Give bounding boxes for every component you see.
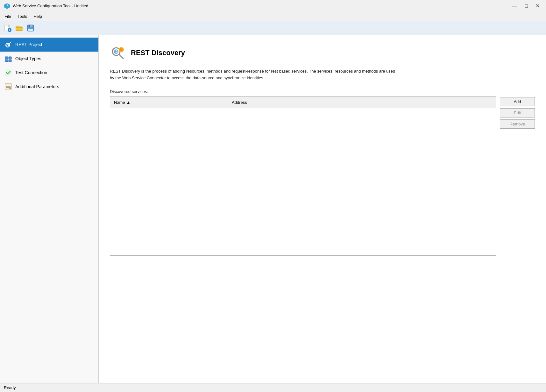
app-icon — [4, 3, 10, 9]
content-description: REST Discovery is the process of adding … — [110, 68, 396, 82]
window-title: Web Service Configuration Tool - Untitle… — [13, 4, 88, 8]
column-name[interactable]: Name ▲ — [110, 99, 228, 106]
rest-discovery-icon — [110, 45, 126, 61]
svg-line-12 — [9, 42, 11, 44]
svg-rect-7 — [29, 25, 32, 27]
maximize-button[interactable]: □ — [522, 3, 530, 10]
sidebar-label-object-types: Object Types — [15, 56, 41, 61]
svg-line-27 — [119, 54, 123, 59]
svg-point-32 — [120, 48, 123, 51]
menu-file[interactable]: File — [1, 13, 14, 20]
sidebar-item-rest-project[interactable]: REST Project — [0, 38, 98, 52]
services-table: Name ▲ Address — [110, 96, 496, 256]
add-button[interactable]: Add — [500, 97, 535, 106]
page-title: REST Discovery — [131, 49, 185, 57]
status-bar: Ready — [0, 383, 546, 392]
object-types-icon — [4, 55, 12, 62]
content-area: REST Discovery REST Discovery is the pro… — [99, 35, 546, 383]
main-area: REST Project Object Types — [0, 35, 546, 383]
close-button[interactable]: ✕ — [533, 2, 542, 10]
action-buttons: Add Edit Remove — [500, 96, 535, 374]
title-bar: Web Service Configuration Tool - Untitle… — [0, 0, 546, 12]
save-icon — [27, 24, 34, 32]
svg-rect-15 — [9, 57, 11, 59]
new-icon: ✦ — [4, 24, 11, 32]
svg-text:✦: ✦ — [8, 28, 11, 32]
open-icon — [15, 24, 23, 32]
open-button[interactable] — [14, 23, 24, 33]
new-button[interactable]: ✦ — [3, 23, 13, 33]
sidebar-label-additional-parameters: Additional Parameters — [15, 84, 59, 89]
content-header: REST Discovery — [110, 45, 535, 61]
svg-rect-9 — [28, 29, 33, 31]
edit-button[interactable]: Edit — [500, 108, 535, 118]
additional-parameters-icon: + — [4, 83, 12, 90]
column-address[interactable]: Address — [228, 99, 496, 106]
table-section: Name ▲ Address Add Edit Remove — [110, 96, 535, 374]
sidebar-label-test-connection: Test Connection — [15, 70, 47, 75]
menu-tools[interactable]: Tools — [14, 13, 30, 20]
svg-text:+: + — [10, 87, 11, 89]
svg-point-11 — [7, 44, 9, 46]
menu-help[interactable]: Help — [30, 13, 45, 20]
sort-indicator: ▲ — [126, 100, 131, 105]
status-text: Ready — [4, 385, 16, 390]
rest-project-icon — [4, 41, 12, 48]
sidebar: REST Project Object Types — [0, 35, 99, 383]
title-bar-left: Web Service Configuration Tool - Untitle… — [4, 3, 88, 9]
table-body — [110, 108, 496, 255]
svg-rect-14 — [5, 57, 8, 59]
svg-rect-17 — [9, 60, 11, 62]
toolbar: ✦ — [0, 21, 546, 35]
menu-bar: File Tools Help — [0, 12, 546, 21]
sidebar-item-additional-parameters[interactable]: + Additional Parameters — [0, 80, 98, 94]
save-button[interactable] — [25, 23, 36, 33]
title-bar-controls: — □ ✕ — [509, 2, 542, 10]
sidebar-item-object-types[interactable]: Object Types — [0, 52, 98, 66]
remove-button[interactable]: Remove — [500, 119, 535, 129]
test-connection-icon — [4, 69, 12, 76]
svg-rect-8 — [29, 25, 30, 27]
minimize-button[interactable]: — — [509, 3, 520, 10]
sidebar-label-rest-project: REST Project — [15, 42, 42, 47]
sidebar-item-test-connection[interactable]: Test Connection — [0, 66, 98, 80]
svg-rect-16 — [5, 60, 8, 62]
table-header: Name ▲ Address — [110, 97, 496, 108]
discovered-services-label: Discovered services: — [110, 89, 535, 94]
